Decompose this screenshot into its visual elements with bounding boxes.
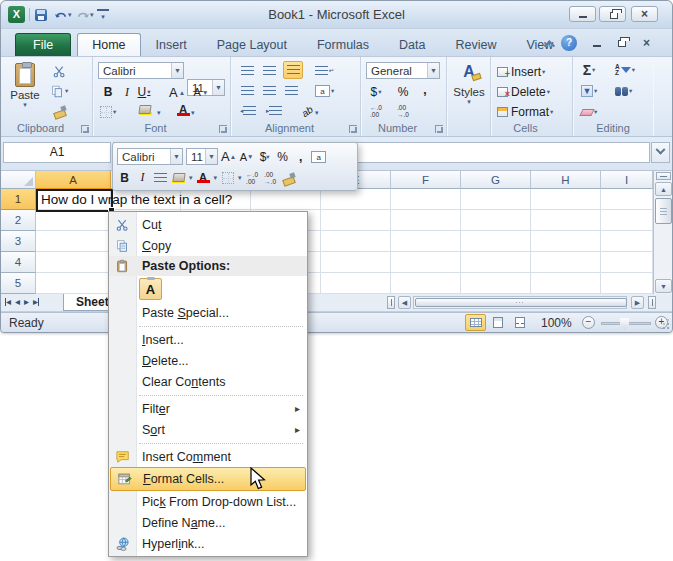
mini-font-color-button[interactable]: A [196, 169, 211, 186]
select-all-corner[interactable] [1, 171, 36, 189]
help-button[interactable]: ? [560, 35, 578, 51]
cell-e2[interactable] [321, 210, 391, 231]
cell-e1[interactable] [321, 189, 391, 210]
cell-h1[interactable] [531, 189, 601, 210]
chevron-down-icon[interactable]: ▾ [214, 174, 218, 182]
cell-g4[interactable] [461, 252, 531, 273]
close-button[interactable]: × [631, 6, 658, 22]
first-sheet-button[interactable]: ◂ [5, 296, 11, 307]
chevron-down-icon[interactable]: ▾ [189, 174, 193, 182]
column-header-h[interactable]: H [531, 171, 601, 189]
decrease-decimal-button[interactable]: .00→.0 [395, 103, 411, 119]
cell-e3[interactable] [321, 231, 391, 252]
chevron-down-icon[interactable]: ▾ [157, 109, 161, 117]
row-header-1[interactable]: 1 [1, 189, 36, 210]
cell-e4[interactable] [321, 252, 391, 273]
cell-a2[interactable] [36, 210, 111, 231]
tab-split-handle[interactable] [387, 296, 395, 309]
column-header-g[interactable]: G [461, 171, 531, 189]
cell-a4[interactable] [36, 252, 111, 273]
align-left-button[interactable] [239, 83, 255, 99]
menu-item-cut[interactable]: Cut [109, 214, 307, 235]
comma-style-button[interactable]: , [417, 82, 433, 98]
tab-file[interactable]: File [15, 33, 71, 56]
undo-button[interactable] [53, 7, 69, 22]
workbook-minimize-button[interactable] [587, 35, 606, 50]
row-header-5[interactable]: 5 [1, 273, 36, 294]
column-header-a[interactable]: A [36, 171, 111, 189]
cell-d1[interactable] [251, 189, 321, 210]
shrink-font-button[interactable]: A▼ [193, 84, 209, 100]
decrease-indent-button[interactable]: ◂ [239, 103, 256, 119]
mini-comma-button[interactable]: , [293, 148, 308, 165]
cell-i4[interactable] [601, 252, 653, 273]
italic-button[interactable]: I [119, 84, 135, 100]
mini-increase-decimal-button[interactable]: ←.0.00 [245, 169, 260, 186]
mini-fill-color-button[interactable] [171, 169, 186, 186]
resize-grip[interactable] [659, 319, 669, 329]
cell-h5[interactable] [531, 273, 601, 294]
mini-format-painter-button[interactable] [281, 169, 296, 186]
scroll-right-button[interactable]: ▶ [631, 296, 644, 309]
styles-button[interactable]: A Styles ▾ [451, 63, 487, 121]
tab-page-layout[interactable]: Page Layout [202, 33, 302, 56]
underline-button[interactable]: U▾ [136, 84, 152, 100]
menu-item-clear-contents[interactable]: Clear Contents [109, 371, 307, 392]
tab-home[interactable]: Home [77, 33, 140, 56]
minimize-ribbon-button[interactable] [540, 35, 556, 51]
last-sheet-button[interactable]: ▸ [33, 296, 39, 307]
borders-button[interactable]: ▾ [100, 104, 116, 120]
tab-review[interactable]: Review [440, 33, 511, 56]
autosum-button[interactable]: Σ▾ [581, 62, 597, 78]
row-header-4[interactable]: 4 [1, 252, 36, 273]
fill-color-button[interactable] [137, 102, 153, 118]
workbook-close-button[interactable]: × [637, 35, 656, 50]
number-dialog-launcher-icon[interactable] [435, 125, 443, 133]
percent-style-button[interactable]: % [395, 84, 411, 100]
vertical-scroll-thumb[interactable] [655, 198, 672, 224]
scroll-up-button[interactable]: ▲ [655, 182, 672, 196]
column-header-f[interactable]: F [391, 171, 461, 189]
chevron-down-icon[interactable]: ▾ [238, 174, 242, 182]
row-header-3[interactable]: 3 [1, 231, 36, 252]
menu-item-pick-from-drop-down-list[interactable]: Pick From Drop-down List... [109, 491, 307, 512]
cell-f4[interactable] [391, 252, 461, 273]
menu-item-sort[interactable]: Sort▸ [109, 419, 307, 440]
menu-item-paste-special[interactable]: Paste Special... [109, 302, 307, 323]
cell-f2[interactable] [391, 210, 461, 231]
cell-f3[interactable] [391, 231, 461, 252]
alignment-dialog-launcher-icon[interactable] [349, 125, 357, 133]
accounting-format-button[interactable]: $▾ [368, 84, 384, 100]
cell-i5[interactable] [601, 273, 653, 294]
page-layout-view-button[interactable] [487, 314, 508, 331]
menu-item-define-name[interactable]: Define Name... [109, 512, 307, 533]
cut-button[interactable] [51, 63, 67, 79]
zoom-slider[interactable] [601, 322, 651, 325]
font-dialog-launcher-icon[interactable] [219, 125, 227, 133]
scroll-left-button[interactable]: ◀ [398, 296, 411, 309]
middle-align-button[interactable] [261, 63, 277, 79]
cell-a5[interactable] [36, 273, 111, 294]
top-align-button[interactable] [239, 63, 255, 79]
menu-item-insert-comment[interactable]: Insert Comment [109, 446, 307, 467]
mini-center-button[interactable] [153, 169, 168, 186]
column-header-i[interactable]: I [601, 171, 653, 189]
font-color-button[interactable]: A [175, 102, 191, 118]
mini-bold-button[interactable]: B [117, 169, 132, 186]
mini-grow-font-button[interactable]: A▲ [221, 148, 236, 165]
cell-i2[interactable] [601, 210, 653, 231]
tab-data[interactable]: Data [384, 33, 440, 56]
restore-button[interactable] [599, 6, 626, 22]
fill-button[interactable]: ▼▾ [581, 83, 597, 99]
paste-keep-formatting-icon[interactable]: A [139, 278, 162, 300]
sort-filter-button[interactable]: AZ▾ [615, 62, 635, 78]
wrap-text-button[interactable]: ↵ [315, 63, 334, 79]
menu-item-delete[interactable]: Delete... [109, 350, 307, 371]
increase-decimal-button[interactable]: ←.0.00 [368, 103, 384, 119]
cell-g3[interactable] [461, 231, 531, 252]
copy-button[interactable]: ▾ [51, 83, 68, 99]
horizontal-scroll-thumb[interactable] [415, 298, 627, 307]
mini-font-size-combo[interactable]: 11▼ [186, 148, 218, 165]
menu-item-filter[interactable]: Filter▸ [109, 398, 307, 419]
scroll-down-button[interactable]: ▼ [655, 279, 672, 293]
